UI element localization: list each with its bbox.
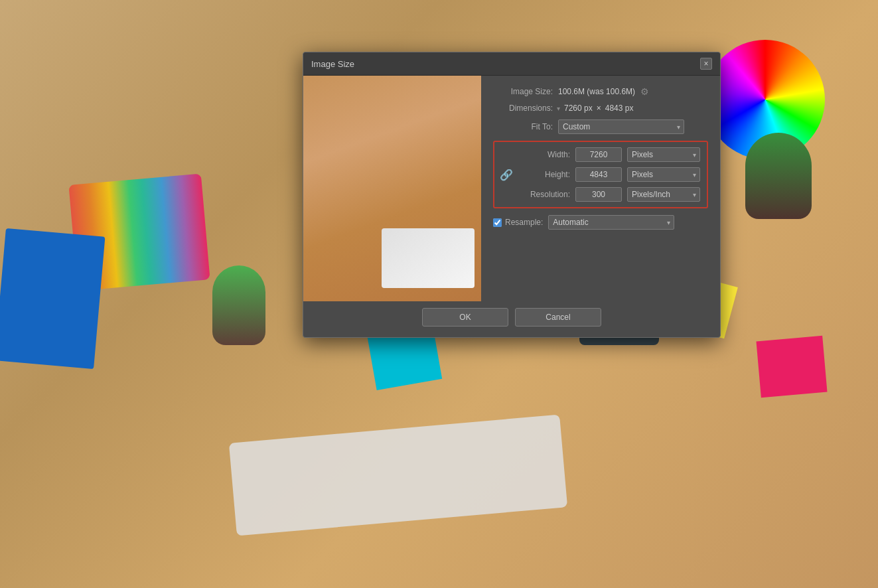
dimensions-label: Dimensions: [493,104,553,113]
image-size-dialog: Image Size × Image Size: 100.6M (was 100… [303,52,721,338]
height-unit-wrapper: Pixels Percent Inches Centimeters [627,167,700,182]
fit-to-row: Fit To: Custom Original Size Letter (300… [493,119,708,134]
height-row: 🔗 Height: Pixels Percent Inches Centimet… [501,167,700,182]
fit-to-select[interactable]: Custom Original Size Letter (300 ppi) Le… [558,119,684,134]
resample-label: Resample: [505,218,543,227]
dialog-buttons: OK Cancel [303,301,720,337]
dimensions-height: 4843 px [605,104,634,113]
resolution-row: 🔗 Resolution: Pixels/Inch Pixels/Centime… [501,187,700,202]
dimension-section: 🔗 Width: Pixels Percent Inches Centimete… [493,141,708,208]
image-size-value: 100.6M (was 100.6M) [558,87,635,96]
dialog-overlay: Image Size × Image Size: 100.6M (was 100… [0,0,878,588]
dimensions-arrow-icon: ▾ [557,105,560,112]
resample-method-wrapper: Automatic Preserve Details (enlargement)… [548,215,674,230]
height-label: Height: [517,170,570,179]
width-row: 🔗 Width: Pixels Percent Inches Centimete… [501,147,700,162]
constrain-icon[interactable]: 🔗 [501,169,512,181]
width-label: Width: [517,150,570,159]
resample-checkbox[interactable] [493,218,502,227]
width-input[interactable] [575,147,622,162]
dimensions-row: Dimensions: ▾ 7260 px × 4843 px [493,104,708,113]
resolution-input[interactable] [575,187,622,202]
fit-to-wrapper: Custom Original Size Letter (300 ppi) Le… [558,119,684,134]
dimensions-x: × [597,104,601,113]
settings-icon[interactable]: ⚙ [640,86,649,97]
dialog-body: Image Size: 100.6M (was 100.6M) ⚙ Dimens… [303,76,720,301]
height-unit-select[interactable]: Pixels Percent Inches Centimeters [627,167,700,182]
dimensions-width: 7260 px [564,104,593,113]
width-unit-wrapper: Pixels Percent Inches Centimeters [627,147,700,162]
resample-row: Resample: Automatic Preserve Details (en… [493,215,708,230]
image-preview [303,76,481,301]
resolution-label: Resolution: [517,190,570,199]
dialog-controls: Image Size: 100.6M (was 100.6M) ⚙ Dimens… [481,76,720,301]
image-size-label: Image Size: [493,87,553,96]
dialog-titlebar: Image Size × [303,52,720,76]
resolution-unit-wrapper: Pixels/Inch Pixels/Centimeter [627,187,700,202]
resample-method-select[interactable]: Automatic Preserve Details (enlargement)… [548,215,674,230]
image-size-row: Image Size: 100.6M (was 100.6M) ⚙ [493,86,708,97]
close-button[interactable]: × [700,58,712,70]
fit-to-label: Fit To: [493,122,553,131]
cancel-button[interactable]: Cancel [515,308,601,327]
resample-checkbox-label[interactable]: Resample: [493,218,543,227]
height-input[interactable] [575,167,622,182]
resolution-unit-select[interactable]: Pixels/Inch Pixels/Centimeter [627,187,700,202]
preview-laptop [382,228,475,288]
dialog-title: Image Size [311,59,354,69]
width-unit-select[interactable]: Pixels Percent Inches Centimeters [627,147,700,162]
ok-button[interactable]: OK [422,308,508,327]
